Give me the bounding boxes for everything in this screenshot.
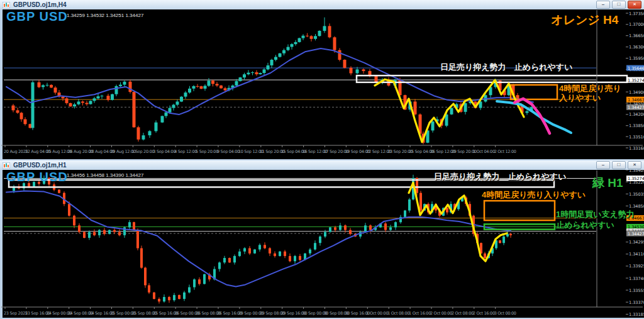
candle-body	[113, 230, 116, 232]
candle-body	[350, 68, 353, 74]
price-tick-label: 1.34850	[629, 204, 644, 209]
candle-body	[48, 178, 50, 184]
candle-body	[16, 110, 19, 113]
price-marker-label: 1.34427	[628, 232, 644, 237]
price-tick-label: 1.34200	[629, 112, 644, 117]
candle-body	[464, 103, 467, 112]
candle-body	[196, 86, 199, 87]
candle-body	[136, 230, 139, 249]
candle-body	[329, 227, 331, 232]
price-tick-label: 1.34295	[629, 240, 644, 245]
candle-body	[314, 36, 317, 39]
candle-body	[509, 234, 512, 235]
candle-body	[98, 230, 101, 235]
titlebar-h1[interactable]: GBPUSD.oj1m,H1 – □ ×	[0, 160, 644, 171]
minimize-button[interactable]: –	[596, 161, 610, 169]
price-tick-label: 1.33555	[629, 288, 644, 293]
candle-body	[119, 85, 122, 86]
candle-body	[404, 211, 406, 217]
candle-body	[253, 250, 256, 254]
close-button[interactable]: ×	[628, 161, 641, 169]
candle-body	[188, 89, 191, 92]
date-label: 1 Sep 20:00	[131, 149, 154, 154]
candle-body	[349, 230, 352, 234]
candle-body	[258, 245, 261, 249]
candle-body	[274, 254, 276, 256]
candle-body	[86, 103, 89, 104]
date-label: 2 Oct 16:00	[473, 311, 495, 316]
candle-body	[233, 256, 236, 262]
candle-body	[243, 249, 246, 252]
price-tick-label: 1.33160	[629, 146, 644, 151]
chart-window-h1: GBPUSD.oj1m,H1 – □ × 1.354051.352201.350…	[0, 160, 644, 318]
candle-body	[77, 101, 80, 104]
date-label: 1 Oct 04:00	[473, 149, 495, 154]
candle-body	[115, 86, 118, 94]
maximize-button[interactable]: □	[612, 1, 626, 9]
candle-body	[163, 297, 165, 301]
date-label: 1 Oct 00:00	[366, 311, 388, 316]
price-marker-label: 1.34663	[628, 216, 644, 221]
candle-body	[142, 135, 145, 140]
close-button[interactable]: ×	[628, 1, 641, 9]
candle-body	[20, 113, 23, 119]
candle-body	[69, 103, 72, 106]
candle-body	[338, 50, 341, 60]
chart-canvas-h1[interactable]: 1.354051.352201.350351.348501.346651.344…	[0, 170, 644, 318]
candle-body	[169, 108, 172, 113]
candle-body	[287, 47, 290, 50]
candle-body	[65, 98, 69, 103]
date-label: 1 Oct 08:00	[387, 311, 409, 316]
price-tick-label: 1.35405	[629, 170, 644, 173]
price-marker-label: 1.34427	[628, 105, 644, 110]
candle-body	[140, 249, 143, 268]
minimize-button[interactable]: –	[596, 1, 610, 9]
candle-body	[118, 232, 121, 235]
candle-body	[267, 65, 270, 69]
price-marker-label: 1.35274	[628, 176, 644, 181]
candle-body	[219, 86, 223, 88]
candle-body	[129, 82, 132, 92]
price-tick-label: 1.33370	[629, 300, 644, 305]
candle-body	[274, 57, 277, 60]
candle-body	[42, 85, 45, 87]
candle-body	[284, 252, 286, 256]
candle-body	[318, 31, 321, 36]
price-tick-label: 1.33740	[629, 276, 644, 281]
date-label: 1 Oct 16:00	[409, 311, 431, 316]
titlebar-h4[interactable]: GBPUSD.oj1m,H4 – □ ×	[0, 0, 644, 10]
candle-body	[282, 50, 286, 53]
price-marker-label: 1.35646	[628, 66, 644, 71]
chart-canvas-h4[interactable]: 1.373501.370001.366501.363001.359501.356…	[0, 9, 644, 159]
candle-body	[153, 293, 155, 299]
candle-body	[324, 232, 326, 237]
candle-body	[298, 38, 301, 42]
candle-body	[128, 222, 131, 227]
candle-body	[255, 72, 258, 74]
candle-body	[93, 232, 96, 235]
candle-body	[248, 249, 251, 254]
candle-body	[218, 262, 221, 269]
candle-body	[408, 199, 411, 211]
candle-body	[158, 299, 160, 301]
candle-body	[224, 88, 227, 90]
date-label: 3 Sep 04:00	[153, 149, 175, 154]
date-label: 3 Oct 00:00	[494, 311, 516, 316]
candle-body	[343, 60, 347, 68]
candle-body	[176, 101, 179, 104]
candle-body	[499, 240, 501, 243]
candle-body	[50, 85, 53, 87]
candle-body	[251, 72, 254, 73]
candle-body	[450, 108, 453, 115]
candle-body	[247, 73, 250, 75]
candle-body	[289, 256, 291, 261]
price-tick-label: 1.35950	[629, 56, 644, 61]
candle-body	[526, 111, 529, 113]
candle-body	[203, 274, 206, 284]
candle-body	[235, 81, 238, 86]
candle-body	[107, 96, 110, 100]
candle-body	[243, 74, 246, 77]
chart-window-h4: GBPUSD.oj1m,H4 – □ × 1.373501.370001.366…	[0, 0, 644, 159]
candle-body	[294, 42, 297, 44]
restore-button[interactable]: □	[612, 161, 626, 169]
